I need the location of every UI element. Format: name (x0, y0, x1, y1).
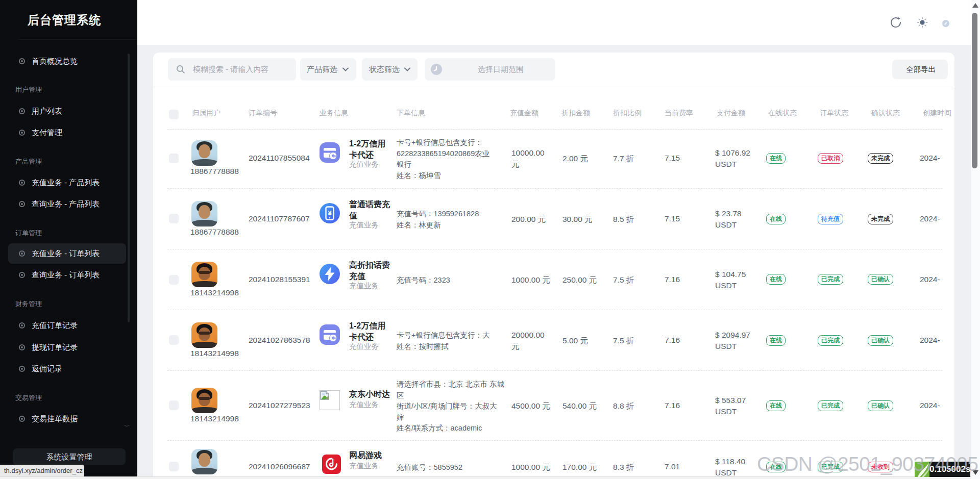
svg-text:¥: ¥ (328, 209, 332, 217)
